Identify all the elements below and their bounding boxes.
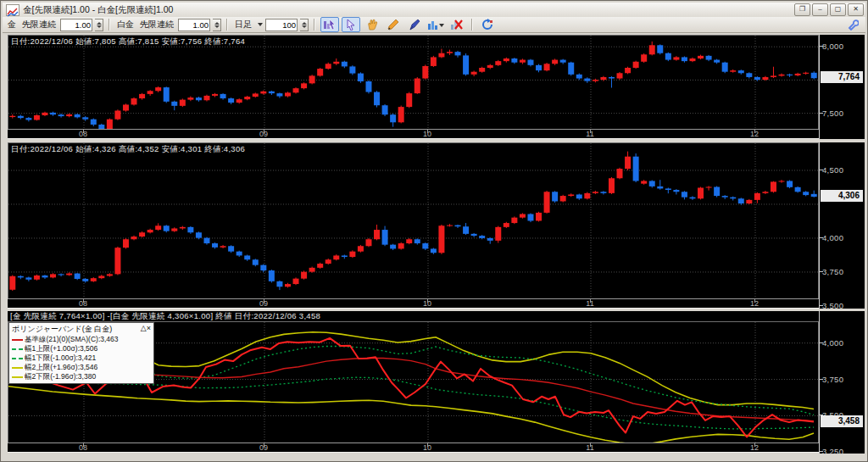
refresh-tool-button[interactable]	[478, 17, 497, 32]
platinum-ratio-input[interactable]: 1.00	[178, 19, 210, 31]
sma-line-swatch	[12, 339, 23, 341]
platinum-symbol-label: 白金	[117, 19, 134, 31]
period-dropdown[interactable]: 日足	[235, 19, 252, 31]
x-axis-month-label: 12	[744, 130, 765, 138]
legend-item: 幅1下限(-1.00σ):3,421	[12, 353, 151, 363]
close-button[interactable]: ✕	[848, 3, 864, 16]
pencil-tool-button[interactable]	[384, 17, 403, 32]
y-axis-label: 4,000	[822, 338, 843, 348]
band2-lower-swatch	[12, 376, 23, 378]
band1-upper-swatch	[12, 348, 23, 350]
y-axis-label: 4,000	[822, 233, 843, 242]
legend-item: 基準線(21)(0)(SMA)(C):3,463	[12, 335, 151, 344]
x-axis-month-label: 08	[73, 443, 93, 452]
legend-collapse-close-buttons[interactable]: △×	[141, 324, 151, 335]
spread-y-axis: 4,0003,7503,5003,2503,458	[819, 311, 865, 454]
legend-item: 幅1上限(+1.00σ):3,506	[12, 344, 151, 353]
band1-lower-swatch	[12, 358, 23, 359]
app-window: 金[先限連続]1.00 - 白金[先限連続]1.00 ❐ – ▢ ✕ 金 先限連…	[0, 0, 868, 462]
x-axis-month-label: 12	[744, 299, 765, 308]
pen-tool-button[interactable]	[405, 17, 424, 32]
spread-header-bar: [金 先限連続 7,764×1.00] -[白金 先限連続 4,306×1.00…	[8, 311, 819, 321]
spread-x-axis: 0809101112	[8, 443, 819, 453]
platinum-y-axis: 4,5004,0003,7503,5004,306	[819, 142, 865, 309]
app-icon	[6, 4, 19, 16]
chart-cursor-tool-button[interactable]	[320, 17, 339, 32]
band2-upper-swatch	[12, 367, 23, 369]
x-axis-month-label: 10	[417, 299, 437, 308]
x-axis-month-label: 11	[580, 443, 600, 452]
gold-series-label: 先限連続	[22, 19, 56, 31]
gold-x-axis: 0809101112	[8, 129, 819, 139]
y-axis-label: 3,750	[822, 267, 843, 276]
select-tool-button[interactable]	[342, 17, 360, 32]
indicator-chart-tool-button[interactable]	[426, 17, 445, 32]
gold-symbol-label: 金	[8, 19, 16, 31]
window-bottom-edge	[3, 454, 865, 461]
bollinger-legend: ボリンジャーバンド(金 白金) △× 基準線(21)(0)(SMA)(C):3,…	[8, 322, 154, 384]
pan-tool-button[interactable]	[363, 17, 381, 32]
gold-chart-plot[interactable]: 日付:2022/12/06 始値:7,805 高値:7,815 安値:7,756…	[8, 35, 819, 130]
bar-count-spinner[interactable]	[300, 19, 309, 31]
legend-item: 幅2上限(+1.96σ):3,546	[12, 363, 151, 372]
minimize-button[interactable]: –	[812, 3, 828, 16]
maximize-button[interactable]: ▢	[830, 3, 846, 16]
platinum-series-label: 先限連続	[140, 19, 174, 31]
legend-item: 幅2下限(-1.96σ):3,380	[12, 372, 151, 381]
x-axis-month-label: 08	[73, 299, 93, 308]
chevron-down-icon[interactable]	[258, 23, 263, 26]
toolbar: 金 先限連続 1.00 白金 先限連続 1.00 日足 100	[3, 17, 865, 33]
y-axis-label: 3,750	[822, 375, 843, 384]
x-axis-month-label: 10	[417, 130, 437, 138]
x-axis-month-label: 11	[580, 299, 600, 308]
gold-ratio-spinner[interactable]	[95, 19, 103, 31]
current-price-tag: 7,764	[821, 71, 863, 83]
float-window-button[interactable]: ❐	[794, 3, 810, 16]
x-axis-month-label: 08	[73, 130, 93, 138]
platinum-ohlc-readout: 日付:2022/12/06 始値:4,326 高値:4,352 安値:4,301…	[11, 144, 245, 155]
current-price-tag: 3,458	[821, 415, 863, 427]
platinum-x-axis: 0809101112	[8, 298, 819, 309]
x-axis-month-label: 09	[253, 130, 274, 138]
current-price-tag: 4,306	[821, 190, 863, 202]
bar-count-input[interactable]: 100	[265, 19, 298, 31]
title-bar: 金[先限連続]1.00 - 白金[先限連続]1.00 ❐ – ▢ ✕	[3, 3, 865, 17]
gold-ratio-input[interactable]: 1.00	[60, 19, 92, 31]
x-axis-month-label: 09	[253, 443, 274, 452]
x-axis-month-label: 10	[417, 443, 437, 452]
platinum-chart-plot[interactable]: 日付:2022/12/06 始値:4,326 高値:4,352 安値:4,301…	[8, 142, 819, 299]
gold-y-axis: 8,0007,5007,764	[819, 35, 865, 139]
x-axis-month-label: 11	[580, 130, 600, 138]
gold-ohlc-readout: 日付:2022/12/06 始値:7,805 高値:7,815 安値:7,756…	[11, 36, 245, 47]
settings-wrench-icon[interactable]	[843, 17, 862, 32]
window-title: 金[先限連続]1.00 - 白金[先限連続]1.00	[23, 4, 794, 16]
x-axis-month-label: 09	[253, 299, 274, 308]
y-axis-label: 4,500	[822, 165, 843, 175]
y-axis-label: 3,500	[822, 301, 843, 310]
delete-drawing-tool-button[interactable]	[448, 17, 466, 32]
x-axis-month-label: 12	[744, 443, 765, 452]
platinum-ratio-spinner[interactable]	[213, 19, 221, 31]
legend-title: ボリンジャーバンド(金 白金)	[12, 324, 112, 335]
y-axis-label: 7,500	[822, 109, 843, 118]
y-axis-label: 8,000	[822, 42, 843, 51]
